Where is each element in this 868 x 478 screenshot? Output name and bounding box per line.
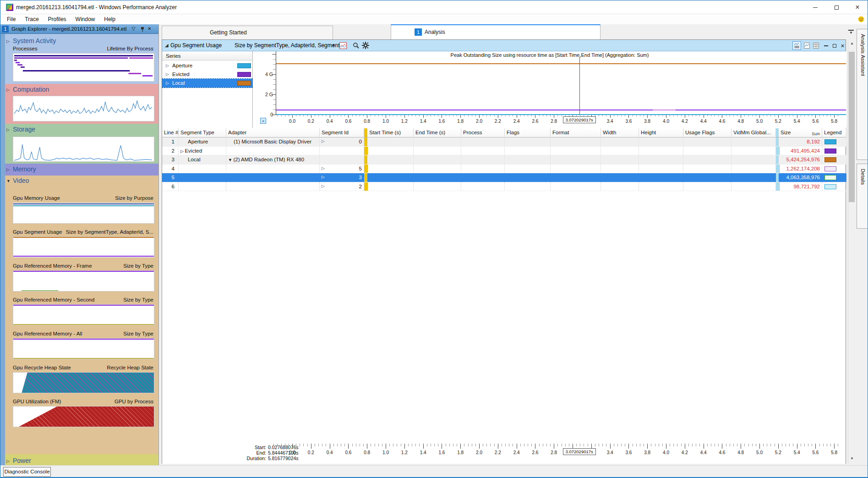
series-row-local[interactable]: ▷Local xyxy=(162,79,252,88)
cell-width[interactable] xyxy=(601,155,639,165)
storage-line-chart[interactable] xyxy=(13,137,154,162)
cell-format[interactable] xyxy=(551,155,601,165)
cell-end_time[interactable] xyxy=(414,173,461,182)
column-header-width[interactable]: Width xyxy=(601,128,639,137)
column-header-vidmm_global[interactable]: VidMm Global... xyxy=(732,128,776,137)
gpu-recycle-heap-state-chart[interactable] xyxy=(13,372,154,393)
cell-height[interactable] xyxy=(639,182,683,192)
view-table-button[interactable] xyxy=(812,41,820,50)
graph-panel-header[interactable]: ◢ Gpu Segment Usage Size by SegmentType,… xyxy=(162,40,846,51)
cell-segment_type[interactable] xyxy=(179,165,226,174)
cell-flags[interactable] xyxy=(505,155,551,165)
cell-adapter[interactable] xyxy=(226,147,320,156)
cell-usage_flags[interactable] xyxy=(683,165,732,174)
menu-window[interactable]: Window xyxy=(71,14,100,24)
cell-width[interactable] xyxy=(601,147,639,156)
close-button[interactable]: × xyxy=(847,0,868,14)
cell-legend[interactable] xyxy=(822,137,846,147)
expander-icon[interactable]: ▷ xyxy=(166,72,169,77)
gpu-referenced-memory-frame-chart[interactable] xyxy=(13,270,154,291)
section-memory[interactable]: ▷ Memory xyxy=(0,164,158,176)
cell-flags[interactable] xyxy=(505,137,551,147)
cell-size[interactable]: 5,424,254,976 xyxy=(779,155,822,165)
scroll-up-icon[interactable]: ▲ xyxy=(849,41,855,45)
cell-vidmm_global[interactable] xyxy=(732,173,776,182)
collapse-icon[interactable]: ◢ xyxy=(165,43,169,48)
cell-process[interactable] xyxy=(461,155,505,165)
column-header-start_time[interactable]: Start Time (s) xyxy=(367,128,414,137)
cell-segment_id[interactable] xyxy=(320,147,364,156)
chart-preview-icon[interactable] xyxy=(339,42,347,49)
cell-line[interactable]: 1 xyxy=(162,137,179,147)
diagnostic-console-button[interactable]: Diagnostic Console xyxy=(3,467,51,477)
cell-flags[interactable] xyxy=(505,165,551,174)
view-chart-table-button[interactable] xyxy=(792,41,801,50)
column-header-adapter[interactable]: Adapter xyxy=(226,128,320,137)
cell-size[interactable]: 1,262,174,208 xyxy=(779,165,822,174)
main-chart[interactable]: Peak Outstanding Size using resource tim… xyxy=(253,51,846,128)
cell-size[interactable]: 491,495,424 xyxy=(779,147,822,156)
section-video[interactable]: ▼ Video Gpu Memory Usage Size by Purpose… xyxy=(0,176,158,454)
column-header-usage_flags[interactable]: Usage Flags xyxy=(683,128,732,137)
expander-icon[interactable]: ▷ xyxy=(6,167,10,172)
cell-start_time[interactable] xyxy=(367,173,414,182)
cell-format[interactable] xyxy=(551,137,601,147)
column-header-end_time[interactable]: End Time (s) xyxy=(414,128,461,137)
time-marker[interactable]: 3.072029017s xyxy=(563,116,596,123)
cell-adapter[interactable] xyxy=(226,182,320,192)
expander-icon[interactable]: ▷ xyxy=(6,39,10,44)
cell-legend[interactable] xyxy=(822,147,846,156)
menu-file[interactable]: File xyxy=(2,14,20,24)
cell-start_time[interactable] xyxy=(367,137,414,147)
menu-trace[interactable]: Trace xyxy=(20,14,43,24)
cell-legend[interactable] xyxy=(822,173,846,182)
cell-segment_type[interactable] xyxy=(179,182,226,192)
timeline-marker[interactable]: 3.072029017s xyxy=(563,448,596,455)
cell-line[interactable]: 4 xyxy=(162,165,179,174)
cell-process[interactable] xyxy=(461,173,505,182)
graph-preset-selector[interactable]: Size by SegmentType, AdapterId, SegmentI… xyxy=(235,42,344,49)
cell-format[interactable] xyxy=(551,165,601,174)
cell-vidmm_global[interactable] xyxy=(732,137,776,147)
cell-line[interactable]: 5 xyxy=(162,173,179,182)
computation-line-chart[interactable] xyxy=(13,96,154,121)
cell-flags[interactable] xyxy=(505,147,551,156)
cell-vidmm_global[interactable] xyxy=(732,147,776,156)
close-panel-icon[interactable]: × xyxy=(148,26,151,31)
cell-end_time[interactable] xyxy=(414,147,461,156)
cell-adapter[interactable] xyxy=(226,165,320,174)
cell-end_time[interactable] xyxy=(414,155,461,165)
panel-maximize-icon[interactable] xyxy=(830,41,839,50)
cell-start_time[interactable] xyxy=(367,155,414,165)
feedback-smiley-icon[interactable] xyxy=(858,16,864,22)
cell-height[interactable] xyxy=(639,173,683,182)
cell-legend[interactable] xyxy=(822,165,846,174)
gear-icon[interactable] xyxy=(362,42,369,49)
cell-height[interactable] xyxy=(639,137,683,147)
cell-process[interactable] xyxy=(461,165,505,174)
column-header-height[interactable]: Height xyxy=(639,128,683,137)
cell-process[interactable] xyxy=(461,182,505,192)
cell-usage_flags[interactable] xyxy=(683,155,732,165)
cell-segment_id[interactable]: ▷5 xyxy=(320,165,364,174)
column-header-legend[interactable]: Legend xyxy=(822,128,846,137)
section-computation[interactable]: ▷ Computation xyxy=(0,84,158,124)
expander-icon[interactable]: ▷ xyxy=(166,63,169,68)
cell-vidmm_global[interactable] xyxy=(732,155,776,165)
cell-line[interactable]: 3 xyxy=(162,155,179,165)
cell-format[interactable] xyxy=(551,182,601,192)
maximize-button[interactable] xyxy=(826,0,847,14)
tab-analysis[interactable]: 1 Analysis xyxy=(391,24,601,39)
cell-start_time[interactable] xyxy=(367,147,414,156)
expander-icon[interactable]: ▼ xyxy=(6,179,11,183)
expander-icon[interactable]: ▷ xyxy=(6,88,10,92)
gpu-referenced-memory-all-chart[interactable] xyxy=(13,338,154,359)
dropdown-icon[interactable]: ▽ xyxy=(131,26,135,32)
cell-segment_type[interactable]: Local xyxy=(179,155,226,165)
cell-segment_id[interactable]: ▷2 xyxy=(320,182,364,192)
cell-flags[interactable] xyxy=(505,173,551,182)
pin-icon[interactable] xyxy=(140,27,145,32)
section-system-activity[interactable]: ▷ System Activity Processes Lifetime By … xyxy=(0,34,158,84)
auto-hide-pin-icon[interactable]: ▼ xyxy=(848,30,854,35)
cell-end_time[interactable] xyxy=(414,165,461,174)
